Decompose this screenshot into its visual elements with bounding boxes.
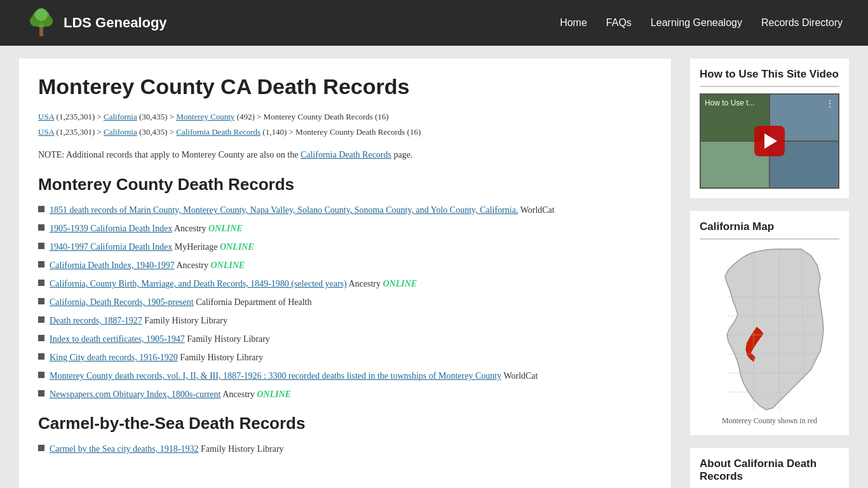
- main-layout: Monterey County CA Death Records USA (1,…: [19, 58, 849, 488]
- record-link[interactable]: California, County Birth, Marriage, and …: [50, 279, 347, 288]
- breadcrumb-1: USA (1,235,301) > California (30,435) > …: [38, 111, 652, 123]
- list-item: 1940-1997 California Death Index MyHerit…: [38, 240, 652, 254]
- list-item: Newspapers.com Obituary Index, 1800s-cur…: [38, 388, 652, 401]
- california-map-svg: [703, 246, 836, 411]
- breadcrumb-usa-1[interactable]: USA: [38, 112, 54, 121]
- play-button[interactable]: [754, 126, 785, 156]
- bullet-icon: [38, 372, 44, 378]
- record-link[interactable]: King City death records, 1916-1920: [50, 353, 178, 362]
- monterey-records-list: 1851 death records of Marin County, Mont…: [38, 203, 652, 401]
- online-badge: ONLINE: [220, 242, 254, 252]
- site-header: LDS Genealogy Home FAQs Learning Genealo…: [0, 0, 868, 46]
- list-item: Death records, 1887-1927 Family History …: [38, 314, 652, 327]
- online-badge: ONLINE: [208, 224, 243, 233]
- sidebar-video-section: How to Use This Site Video How to Use t.…: [690, 58, 849, 198]
- record-link[interactable]: Death records, 1887-1927: [50, 316, 142, 325]
- logo-area[interactable]: LDS Genealogy: [25, 7, 167, 39]
- carmel-records-list: Carmel by the Sea city deaths, 1918-1932…: [38, 442, 652, 456]
- section-title-carmel: Carmel-by-the-Sea Death Records: [38, 414, 652, 433]
- section-title-monterey: Monterey County Death Records: [38, 175, 652, 194]
- sidebar: How to Use This Site Video How to Use t.…: [690, 58, 849, 488]
- bullet-icon: [38, 445, 44, 451]
- record-link[interactable]: 1905-1939 California Death Index: [50, 224, 172, 233]
- ca-death-records-link[interactable]: California Death Records: [301, 150, 391, 159]
- main-nav: Home FAQs Learning Genealogy Records Dir…: [560, 14, 843, 32]
- logo-text: LDS Genealogy: [64, 15, 167, 31]
- record-link[interactable]: Carmel by the Sea city deaths, 1918-1932: [50, 444, 198, 454]
- record-link[interactable]: California Death Index, 1940-1997: [50, 261, 175, 270]
- sidebar-map-title: California Map: [700, 220, 839, 240]
- content-area: Monterey County CA Death Records USA (1,…: [19, 58, 671, 488]
- sidebar-about-title: About California Death Records: [700, 458, 839, 488]
- breadcrumb-monterey-1[interactable]: Monterey County: [176, 112, 234, 121]
- page-title: Monterey County CA Death Records: [38, 74, 652, 99]
- bullet-icon: [38, 316, 44, 323]
- nav-home[interactable]: Home: [560, 14, 587, 32]
- breadcrumb-california-1[interactable]: California: [104, 112, 137, 121]
- sidebar-about-section: About California Death Records Death rec…: [690, 448, 849, 488]
- breadcrumb-2: USA (1,235,301) > California (30,435) > …: [38, 126, 652, 139]
- breadcrumb-california-2[interactable]: California: [104, 127, 137, 137]
- page-wrapper: Monterey County CA Death Records USA (1,…: [0, 46, 868, 488]
- bullet-icon: [38, 224, 44, 231]
- bullet-icon: [38, 298, 44, 304]
- list-item: California, Death Records, 1905-present …: [38, 295, 652, 309]
- record-link[interactable]: 1940-1997 California Death Index: [50, 242, 172, 252]
- list-item: California Death Index, 1940-1997 Ancest…: [38, 259, 652, 272]
- nav-learning-genealogy[interactable]: Learning Genealogy: [651, 14, 742, 32]
- video-thumbnail[interactable]: How to Use t... ⋮: [700, 93, 839, 189]
- bullet-icon: [38, 353, 44, 360]
- record-link[interactable]: Monterey County death records, vol. I, I…: [50, 371, 501, 381]
- list-item: 1851 death records of Marin County, Mont…: [38, 203, 652, 217]
- sidebar-map-section: California Map: [690, 211, 849, 435]
- record-link[interactable]: 1851 death records of Marin County, Mont…: [50, 205, 518, 215]
- bullet-icon: [38, 243, 44, 249]
- list-item: 1905-1939 California Death Index Ancestr…: [38, 222, 652, 235]
- svg-rect-4: [39, 27, 43, 36]
- video-overlay: [700, 93, 839, 189]
- note-text: NOTE: Additional records that apply to M…: [38, 148, 652, 162]
- nav-faqs[interactable]: FAQs: [606, 14, 632, 32]
- record-link[interactable]: California, Death Records, 1905-present: [50, 297, 194, 307]
- bullet-icon: [38, 335, 44, 341]
- logo-tree-icon: [25, 7, 57, 39]
- list-item: King City death records, 1916-1920 Famil…: [38, 351, 652, 364]
- bullet-icon: [38, 280, 44, 286]
- bullet-icon: [38, 206, 44, 212]
- breadcrumb-ca-death-records[interactable]: California Death Records: [176, 127, 261, 137]
- list-item: Index to death certificates, 1905-1947 F…: [38, 332, 652, 346]
- nav-records-directory[interactable]: Records Directory: [761, 14, 843, 32]
- online-badge: ONLINE: [383, 279, 417, 288]
- record-link[interactable]: Index to death certificates, 1905-1947: [50, 334, 185, 344]
- online-badge: ONLINE: [257, 390, 291, 399]
- breadcrumb-usa-2[interactable]: USA: [38, 127, 54, 137]
- play-triangle-icon: [764, 133, 777, 149]
- online-badge: ONLINE: [211, 261, 245, 270]
- list-item: Monterey County death records, vol. I, I…: [38, 369, 652, 383]
- record-link[interactable]: Newspapers.com Obituary Index, 1800s-cur…: [50, 390, 220, 399]
- sidebar-video-title: How to Use This Site Video: [700, 68, 839, 87]
- svg-point-3: [35, 8, 48, 21]
- list-item: California, County Birth, Marriage, and …: [38, 277, 652, 290]
- bullet-icon: [38, 390, 44, 396]
- bullet-icon: [38, 261, 44, 268]
- list-item: Carmel by the Sea city deaths, 1918-1932…: [38, 442, 652, 456]
- map-caption: Monterey County shown in red: [722, 416, 817, 426]
- ca-map-container: Monterey County shown in red: [700, 246, 839, 426]
